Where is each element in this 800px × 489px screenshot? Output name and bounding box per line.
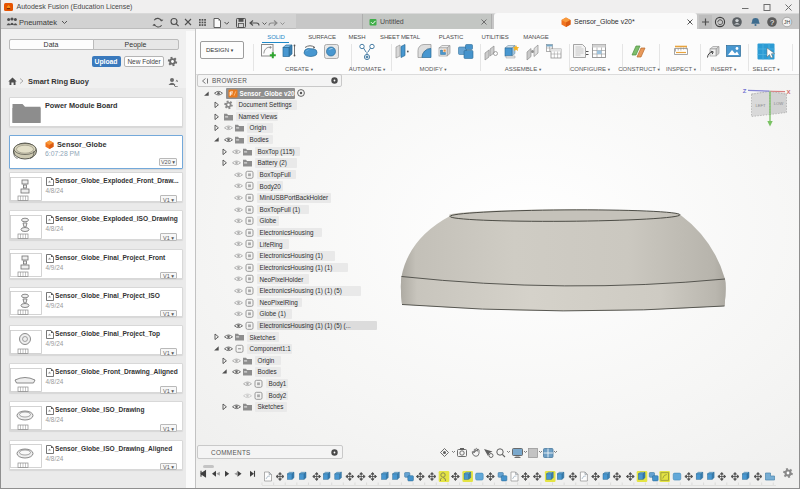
- svg-text:LOW: LOW: [774, 101, 784, 106]
- svg-text:X: X: [786, 89, 790, 95]
- svg-text:Z: Z: [743, 88, 747, 94]
- svg-text:LEFT: LEFT: [755, 103, 766, 108]
